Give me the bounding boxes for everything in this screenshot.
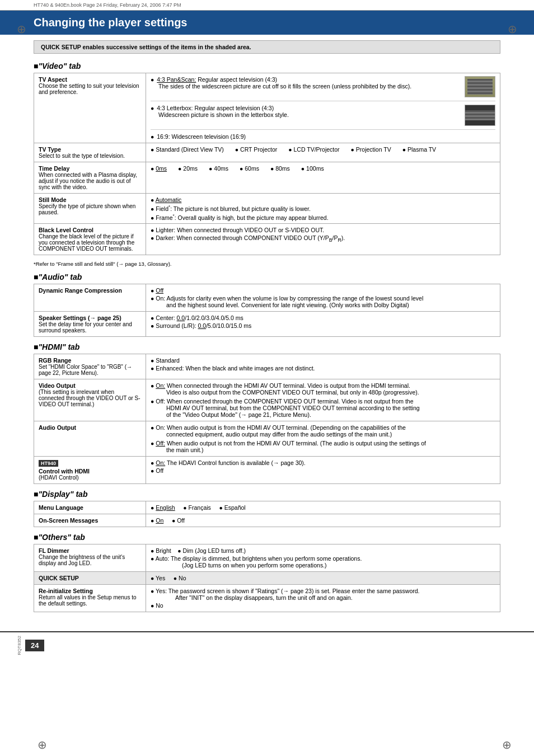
control-hdmi-row: HT940 Control with HDMI (HDAVI Control) …: [34, 457, 500, 484]
video-output-off: ● Off: When connected through the COMPON…: [151, 398, 495, 418]
quick-setup-label: QUICK SETUP: [39, 575, 141, 581]
reg-mark-top-left: ⊕: [17, 22, 26, 36]
still-mode-row: Still Mode Specify the type of picture s…: [34, 194, 500, 224]
lang-english: ● English: [151, 504, 175, 511]
fl-dimmer-auto: ● Auto: The display is dimmed, but brigh…: [151, 555, 495, 569]
quick-setup-label-cell: QUICK SETUP: [34, 572, 146, 585]
control-hdmi-label: Control with HDMI: [39, 468, 141, 475]
tv-type-options: ● Standard (Direct View TV) ● CRT Projec…: [151, 146, 495, 153]
dynamic-range-label: Dynamic Range Compression: [39, 287, 141, 294]
time-delay-row: Time Delay When connected with a Plasma …: [34, 162, 500, 194]
dynamic-range-off: ● Off: [151, 287, 495, 294]
reg-mark-top-right: ⊕: [508, 22, 517, 36]
reinitialize-yes: ● Yes: The password screen is shown if "…: [151, 588, 495, 601]
black-level-row: Black Level Control Change the black lev…: [34, 224, 500, 255]
still-mode-field: ● Field*: The picture is not blurred, bu…: [151, 204, 495, 212]
tv-aspect-option-1: ● 4:3 Pan&Scan: Regular aspect televisio…: [151, 76, 495, 101]
tv-type-opt-2: ● CRT Projector: [235, 146, 277, 153]
reinitialize-no: ● No: [151, 602, 495, 609]
video-output-label-cell: Video Output (This setting is irrelevant…: [34, 379, 146, 421]
black-level-sub: Change the black level of the picture if…: [39, 233, 141, 252]
menu-language-label-cell: Menu Language: [34, 501, 146, 514]
time-delay-label-cell: Time Delay When connected with a Plasma …: [34, 162, 146, 194]
on-screen-options-cell: ● On ● Off: [146, 514, 500, 527]
main-content: Changing the player settings QUICK SETUP…: [0, 35, 534, 629]
time-delay-100: ● 100ms: [301, 165, 324, 172]
time-delay-options-cell: ● 0ms ● 20ms ● 40ms ● 60ms ● 80ms ● 100m…: [146, 162, 500, 194]
video-output-on: ● On: When connected through the HDMI AV…: [151, 382, 495, 396]
quick-setup-notice: QUICK SETUP enables successive settings …: [34, 40, 500, 54]
fl-dimmer-options-cell: ● Bright ● Dim (Jog LED turns off.) ● Au…: [146, 544, 500, 572]
audio-output-off: ● Off: When audio output is not from the…: [151, 440, 495, 453]
tv-thumb-letterbox: [465, 105, 495, 126]
tv-type-options-cell: ● Standard (Direct View TV) ● CRT Projec…: [146, 143, 500, 162]
reinitialize-options-cell: ● Yes: The password screen is shown if "…: [146, 585, 500, 612]
reg-mark-bottom-left: ⊕: [38, 738, 47, 752]
reg-mark-bottom-right: ⊕: [502, 738, 512, 752]
rgb-range-options-cell: ● Standard ● Enhanced: When the black an…: [146, 354, 500, 379]
rgb-range-label-cell: RGB Range Set "HDMI Color Space" to "RGB…: [34, 354, 146, 379]
display-tab-label: "Display" tab: [38, 490, 87, 499]
panscan-label: 4:3 Pan&Scan:: [157, 76, 196, 83]
tv-type-label-cell: TV Type Select to suit the type of telev…: [34, 143, 146, 162]
black-level-label-cell: Black Level Control Change the black lev…: [34, 224, 146, 255]
rgb-standard: ● Standard: [151, 357, 495, 364]
ht940-badge: HT940: [39, 460, 58, 467]
black-level-lighter: ● Lighter: When connected through VIDEO …: [151, 227, 495, 233]
tv-aspect-letterbox-text: ● 4:3 Letterbox: Regular aspect televisi…: [151, 105, 289, 118]
section-header-audio: "Audio" tab: [34, 273, 500, 281]
tv-aspect-option-2: ● 4:3 Letterbox: Regular aspect televisi…: [151, 105, 495, 130]
page-number: 24: [25, 640, 44, 651]
still-mode-options-cell: ● Automatic ● Field*: The picture is not…: [146, 194, 500, 224]
speaker-settings-row: Speaker Settings (→ page 25) Set the del…: [34, 312, 500, 337]
tv-type-label: TV Type: [39, 146, 141, 153]
menu-language-options-cell: ● English ● Français ● Español: [146, 501, 500, 514]
audio-output-on: ● On: When audio output is from the HDMI…: [151, 424, 495, 438]
still-mode-frame: ● Frame*: Overall quality is high, but t…: [151, 213, 495, 221]
audio-output-options-cell: ● On: When audio output is from the HDMI…: [146, 421, 500, 457]
video-output-sub: (This setting is irrelevant when connect…: [39, 389, 141, 407]
fl-dimmer-label: FL Dimmer: [39, 547, 141, 554]
tv-aspect-sub: Choose the setting to suit your televisi…: [39, 83, 141, 95]
audio-table: Dynamic Range Compression ● Off ● On: Ad…: [34, 284, 500, 337]
video-tab-label: "Video" tab: [38, 62, 81, 71]
black-level-label: Black Level Control: [39, 227, 141, 233]
footer: RQT8352 24 ⊕ ⊕: [0, 631, 534, 659]
tv-aspect-option-3: ● 16:9: Widescreen television (16:9): [151, 133, 495, 140]
control-hdmi-off: ● Off: [151, 467, 495, 474]
quick-setup-row: QUICK SETUP ● Yes ● No: [34, 572, 500, 585]
quick-setup-no: ● No: [174, 575, 186, 581]
time-delay-40: ● 40ms: [209, 165, 228, 172]
lang-espanol: ● Español: [219, 504, 245, 511]
audio-output-row: Audio Output ● On: When audio output is …: [34, 421, 500, 457]
dynamic-range-row: Dynamic Range Compression ● Off ● On: Ad…: [34, 284, 500, 312]
rgb-enhanced: ● Enhanced: When the black and white ima…: [151, 365, 495, 372]
tv-aspect-label: TV Aspect: [39, 76, 141, 83]
hdmi-tab-label: "HDMI" tab: [38, 342, 79, 351]
tv-aspect-row: TV Aspect Choose the setting to suit you…: [34, 73, 500, 143]
reinitialize-label-cell: Re-initialize Setting Return all values …: [34, 585, 146, 612]
control-hdmi-label-cell: HT940 Control with HDMI (HDAVI Control): [34, 457, 146, 484]
video-output-options-cell: ● On: When connected through the HDMI AV…: [146, 379, 500, 421]
tv-aspect-panscan-text: ● 4:3 Pan&Scan: Regular aspect televisio…: [151, 76, 411, 90]
on-screen-messages-row: On-Screen Messages ● On ● Off: [34, 514, 500, 527]
tv-type-row: TV Type Select to suit the type of telev…: [34, 143, 500, 162]
fl-dimmer-bright-dim: ● Bright ● Dim (Jog LED turns off.): [151, 547, 495, 554]
video-output-row: Video Output (This setting is irrelevant…: [34, 379, 500, 421]
section-header-hdmi: "HDMI" tab: [34, 342, 500, 351]
others-tab-label: "Others" tab: [38, 533, 85, 542]
tv-type-sub: Select to suit the type of television.: [39, 153, 141, 159]
fl-dimmer-sub: Change the brightness of the unit's disp…: [39, 554, 141, 566]
on-screen-on: ● On: [151, 517, 163, 524]
fl-dimmer-row: FL Dimmer Change the brightness of the u…: [34, 544, 500, 572]
time-delay-80: ● 80ms: [270, 165, 290, 172]
rgb-range-sub: Set "HDMI Color Space" to "RGB" (→ page …: [39, 364, 141, 376]
section-header-others: "Others" tab: [34, 533, 500, 542]
dynamic-range-options-cell: ● Off ● On: Adjusts for clarity even whe…: [146, 284, 500, 312]
still-mode-sub: Specify the type of picture shown when p…: [39, 203, 141, 215]
dynamic-range-on: ● On: Adjusts for clarity even when the …: [151, 295, 495, 308]
time-delay-sub: When connected with a Plasma display, ad…: [39, 172, 141, 190]
section-header-display: "Display" tab: [34, 490, 500, 499]
reinitialize-row: Re-initialize Setting Return all values …: [34, 585, 500, 612]
tv-type-opt-5: ● Plasma TV: [402, 146, 436, 153]
